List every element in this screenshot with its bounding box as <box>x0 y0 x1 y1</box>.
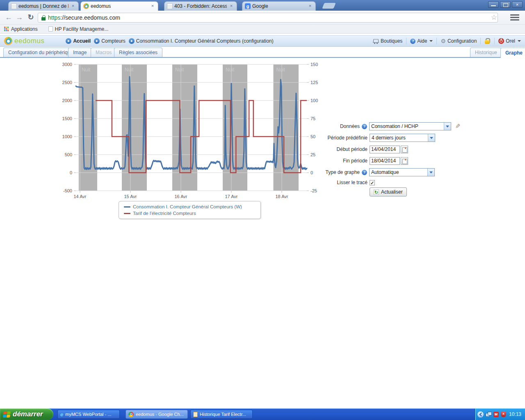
taskbar-button-mymcs[interactable]: e myMCS WebPortal - ... <box>57 410 120 419</box>
x-axis-tick: 15 Avr <box>124 194 137 199</box>
eedomus-logo-icon[interactable] <box>4 37 12 45</box>
windows-taskbar: démarrer e myMCS WebPortal - ... eedomus… <box>0 409 525 420</box>
bookmarks-bar: Applications HP Facility Manageme... <box>0 25 525 34</box>
security-alert-icon[interactable] <box>501 411 506 417</box>
network-icon[interactable] <box>486 412 491 417</box>
tab-title: eedomus <box>91 3 148 9</box>
help-icon <box>410 39 415 44</box>
chart-legend: Consommation I. Compteur Général Compteu… <box>119 201 261 219</box>
window-close-button[interactable]: × <box>512 1 523 8</box>
bookmark-applications[interactable]: Applications <box>4 26 38 32</box>
browser-tab-3[interactable]: 403 - Forbidden: Access is d × <box>164 1 237 11</box>
tab-regles-associees[interactable]: Règles associées <box>114 48 162 57</box>
eedomus-favicon-icon <box>83 3 89 9</box>
https-lock-icon <box>41 15 46 21</box>
lisser-checkbox[interactable] <box>370 180 375 185</box>
boutiques-button[interactable]: Boutiques <box>372 38 402 44</box>
user-menu[interactable]: Orel <box>498 38 521 44</box>
browser-tab-4[interactable]: g Google × <box>242 1 316 11</box>
chevron-down-icon <box>429 40 433 42</box>
configuration-button[interactable]: Configuration <box>441 38 477 44</box>
tab-close-icon[interactable]: × <box>228 3 234 9</box>
form-row-fin: Fin période <box>262 156 468 165</box>
new-tab-button[interactable] <box>322 3 336 9</box>
chevron-down-icon <box>518 40 521 42</box>
bookmark-hp-facility[interactable]: HP Facility Manageme... <box>48 26 109 32</box>
select-arrow-icon[interactable] <box>427 169 434 176</box>
actualiser-button[interactable]: Actualiser <box>370 187 407 196</box>
fin-date-input[interactable] <box>370 157 400 165</box>
lock-badge-icon[interactable] <box>484 38 491 44</box>
select-arrow-icon[interactable] <box>444 123 451 130</box>
night-band-label: Nuit <box>276 67 285 73</box>
power-icon <box>498 38 504 44</box>
apps-grid-icon <box>4 27 9 32</box>
system-tray: 10:13 <box>475 409 525 420</box>
tab-close-icon[interactable]: × <box>150 3 155 9</box>
arrow-icon <box>94 38 100 44</box>
left-axis-tick: -500 <box>63 188 72 193</box>
tab-image[interactable]: Image <box>68 48 91 57</box>
legend-item-tariff[interactable]: Tarif de l'électricité Compteurs <box>124 210 260 217</box>
night-band-label: Nuit <box>125 67 134 73</box>
window-restore-button[interactable] <box>500 1 511 8</box>
edit-pencil-icon[interactable] <box>455 123 461 130</box>
page-icon <box>48 26 53 32</box>
help-icon[interactable] <box>362 170 367 175</box>
aide-menu[interactable]: Aide <box>410 38 433 44</box>
donnees-select[interactable]: Consomation / HCHP <box>369 122 451 130</box>
address-bar[interactable]: https ://secure.eedomus.com <box>38 13 498 23</box>
tab-historique[interactable]: Historique <box>470 48 502 57</box>
breadcrumb-device[interactable]: Consommation I. Compteur Général Compteu… <box>129 38 274 44</box>
taskbar-button-eedomus[interactable]: eedomus - Google Ch... <box>126 410 188 419</box>
left-axis-tick: 0 <box>70 170 72 175</box>
right-axis-tick: 75 <box>310 116 315 121</box>
tab-close-icon[interactable]: × <box>307 3 313 9</box>
browser-menu-icon[interactable] <box>510 14 519 21</box>
browser-tab-1[interactable]: eedomus | Donnez de l'intelli × <box>8 1 79 11</box>
forward-icon[interactable]: → <box>14 12 25 23</box>
breadcrumb: Accueil Compteurs Consommation I. Compte… <box>66 38 273 44</box>
x-axis-tick: 17 Avr <box>225 194 238 199</box>
url-scheme: https <box>48 14 60 21</box>
debut-date-input[interactable] <box>370 146 400 153</box>
page-favicon-icon <box>167 3 173 9</box>
window-minimize-button[interactable] <box>488 1 499 8</box>
reload-icon[interactable]: ↻ <box>25 12 36 23</box>
breadcrumb-compteurs[interactable]: Compteurs <box>94 38 126 44</box>
calendar-icon[interactable] <box>401 146 408 153</box>
form-row-debut: Début période <box>262 145 468 154</box>
tab-title: 403 - Forbidden: Access is d <box>174 3 227 9</box>
arrow-icon <box>129 38 135 44</box>
left-axis-tick: 2500 <box>62 80 72 85</box>
eedomus-header: eedomus Accueil Compteurs Consommation I… <box>0 35 525 47</box>
back-icon[interactable]: ← <box>3 12 14 23</box>
bookmark-star-icon[interactable]: ☆ <box>491 13 497 22</box>
tab-graphe[interactable]: Graphe <box>500 48 525 58</box>
fin-label: Fin période <box>262 158 368 164</box>
page-favicon-icon <box>11 3 17 9</box>
taskbar-button-historique[interactable]: Historique Tarif Electr... <box>190 410 253 419</box>
left-axis-tick: 500 <box>65 152 72 157</box>
tab-close-icon[interactable]: × <box>70 3 76 9</box>
tray-collapse-icon[interactable] <box>477 411 484 418</box>
chrome-icon <box>128 412 134 417</box>
mcafee-icon[interactable] <box>493 412 499 417</box>
night-band <box>79 64 97 191</box>
brand-name: eedomus <box>14 37 44 45</box>
help-icon[interactable] <box>362 124 367 129</box>
select-arrow-icon[interactable] <box>428 134 435 142</box>
calendar-icon[interactable] <box>401 157 408 165</box>
tab-configuration-peripherique[interactable]: Configuration du périphérique <box>3 48 78 57</box>
breadcrumb-accueil[interactable]: Accueil <box>66 38 91 44</box>
periode-select[interactable]: 4 derniers jours <box>370 134 435 142</box>
tariff-swatch-icon <box>124 213 130 214</box>
refresh-icon <box>374 189 379 195</box>
windows-logo-icon <box>3 411 11 418</box>
start-button[interactable]: démarrer <box>0 409 53 420</box>
legend-item-consumption[interactable]: Consommation I. Compteur Général Compteu… <box>124 203 260 210</box>
tab-macros: Macros <box>91 48 116 57</box>
browser-titlebar: eedomus | Donnez de l'intelli × eedomus … <box>0 0 525 11</box>
browser-tab-2-active[interactable]: eedomus × <box>80 1 158 11</box>
type-graphe-select[interactable]: Automatique <box>369 168 435 176</box>
